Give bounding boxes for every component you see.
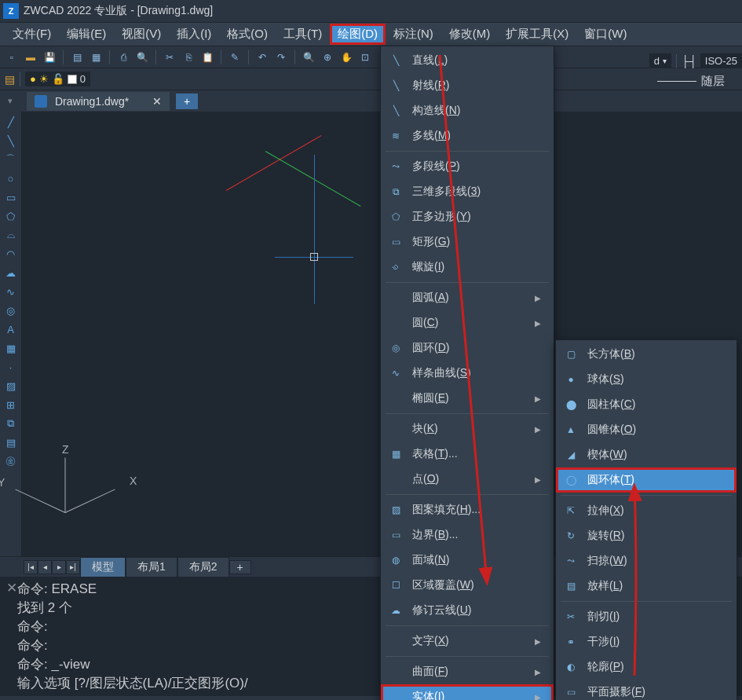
layer-manager-icon[interactable]: ▤: [5, 73, 15, 86]
draw-tool-icon[interactable]: ∿: [2, 283, 20, 300]
layer-combo[interactable]: ● ☀ 🔓 0: [25, 71, 90, 86]
layout-tab[interactable]: 布局1: [126, 557, 177, 577]
close-cmd-icon[interactable]: ✕: [6, 580, 17, 596]
draw-tool-icon[interactable]: A: [2, 321, 20, 338]
draw-tool-icon[interactable]: ⊞: [2, 396, 20, 413]
menu-item[interactable]: 圆弧(A)▶: [381, 285, 554, 310]
menu-item[interactable]: ⤳多段线(P): [381, 154, 554, 179]
menu-item[interactable]: ꩜螺旋(I): [381, 255, 554, 280]
cut-icon[interactable]: ✂: [163, 50, 177, 64]
add-layout-button[interactable]: +: [229, 560, 251, 574]
menu-item[interactable]: ╲射线(R): [381, 73, 554, 98]
layout-tab[interactable]: 布局2: [177, 557, 229, 577]
menu-item[interactable]: ↻旋转(R): [556, 523, 737, 548]
tab-dropdown-icon[interactable]: ▾: [8, 96, 13, 106]
menu-item[interactable]: 点(O)▶: [381, 467, 554, 492]
open-icon[interactable]: ▬: [24, 50, 38, 64]
menu-item[interactable]: ◯圆环体(T): [556, 467, 737, 493]
new-icon[interactable]: ▫: [5, 50, 19, 64]
match-icon[interactable]: ✎: [228, 50, 242, 64]
menu-item[interactable]: 圆(C)▶: [381, 310, 554, 335]
draw-tool-icon[interactable]: ▤: [2, 434, 20, 451]
layout-scroll-buttons[interactable]: |◂◂▸▸|: [24, 560, 80, 574]
zoom-prev-icon[interactable]: 🔍: [302, 50, 316, 64]
menu-item[interactable]: ▭边界(B)...: [381, 522, 554, 548]
menu-item[interactable]: 视图(V): [114, 24, 169, 45]
menu-item[interactable]: ◐轮廓(P): [556, 654, 737, 680]
menu-item[interactable]: ⬤圆柱体(C): [556, 392, 737, 417]
draw-tool-icon[interactable]: ▭: [2, 189, 20, 206]
menu-item[interactable]: 插入(I): [169, 24, 219, 45]
menu-item[interactable]: ∿样条曲线(S): [381, 361, 554, 386]
menu-item[interactable]: ▦表格(T)...: [381, 442, 554, 467]
menu-item[interactable]: 标注(N): [386, 24, 441, 45]
draw-tool-icon[interactable]: ◎: [2, 302, 20, 319]
draw-tool-icon[interactable]: ⌓: [2, 226, 20, 244]
draw-tool-icon[interactable]: ╲: [2, 132, 20, 149]
menu-item[interactable]: 文字(X)▶: [381, 629, 554, 654]
draw-tool-icon[interactable]: ㊎: [2, 453, 20, 470]
menu-item[interactable]: ▨图案填充(H)...: [381, 497, 554, 522]
copy-icon[interactable]: ⎘: [181, 50, 196, 64]
menu-item[interactable]: ▭矩形(G): [381, 229, 554, 255]
menu-item[interactable]: ▤放样(L): [556, 574, 737, 599]
template-icon[interactable]: ▤: [70, 50, 84, 64]
layer-icon[interactable]: ▦: [89, 50, 103, 64]
doc-tab[interactable]: Drawing1.dwg* ✕: [27, 92, 170, 111]
zoom-win-icon[interactable]: ⊡: [358, 50, 372, 64]
draw-tool-icon[interactable]: ⧉: [2, 415, 20, 432]
menu-item[interactable]: ☁修订云线(U): [381, 598, 554, 623]
dimstyle-combo[interactable]: ISO-25: [700, 53, 742, 68]
menu-item[interactable]: ▲圆锥体(O): [556, 417, 737, 442]
menu-item[interactable]: 曲面(F)▶: [381, 659, 554, 684]
menu-item[interactable]: 文件(F): [5, 24, 59, 45]
preview-icon[interactable]: 🔍: [135, 50, 149, 64]
menu-item[interactable]: 编辑(E): [59, 24, 114, 45]
menu-item[interactable]: 格式(O): [219, 24, 276, 45]
menu-item[interactable]: ⤳扫掠(W): [556, 548, 737, 574]
draw-tool-icon[interactable]: ☁: [2, 264, 20, 281]
menu-item[interactable]: ▢长方体(B): [556, 342, 737, 367]
menu-item[interactable]: 椭圆(E)▶: [381, 386, 554, 411]
draw-tool-icon[interactable]: ╱: [2, 113, 20, 130]
zoom-icon[interactable]: ⊕: [320, 50, 334, 64]
menu-item[interactable]: ╲构造线(N): [381, 98, 554, 123]
draw-tool-icon[interactable]: ▨: [2, 377, 20, 394]
redo-icon[interactable]: ↷: [274, 50, 288, 64]
print-icon[interactable]: ⎙: [116, 50, 130, 64]
menu-item[interactable]: ⬠正多边形(Y): [381, 204, 554, 229]
menu-item[interactable]: 修改(M): [441, 24, 499, 45]
new-tab-button[interactable]: +: [176, 93, 198, 109]
menu-item[interactable]: 块(K)▶: [381, 416, 554, 442]
menu-item[interactable]: 扩展工具(X): [498, 24, 576, 45]
menu-item[interactable]: ╲直线(L): [381, 48, 554, 73]
linetype-combo[interactable]: 随层: [657, 74, 725, 89]
menu-item[interactable]: ◢楔体(W): [556, 442, 737, 467]
draw-tool-icon[interactable]: ⌒: [2, 151, 20, 168]
menu-item[interactable]: 绘图(D): [330, 24, 386, 45]
draw-tool-icon[interactable]: ◠: [2, 245, 20, 262]
menu-item[interactable]: ⚭干涉(I): [556, 629, 737, 654]
menu-item[interactable]: ◎圆环(D): [381, 335, 554, 361]
menu-item[interactable]: ✂剖切(I): [556, 604, 737, 629]
menu-item[interactable]: 工具(T): [276, 24, 330, 45]
paste-icon[interactable]: 📋: [200, 50, 214, 64]
menu-item[interactable]: ◍面域(N): [381, 548, 554, 573]
save-icon[interactable]: 💾: [42, 50, 57, 64]
close-icon[interactable]: ✕: [152, 95, 162, 108]
dim-icon[interactable]: ├┤: [682, 55, 697, 68]
draw-tool-icon[interactable]: ○: [2, 170, 20, 187]
draw-tool-icon[interactable]: ·: [2, 358, 20, 376]
menu-item[interactable]: 实体(I)▶: [381, 684, 554, 700]
draw-tool-icon[interactable]: ▦: [2, 339, 20, 357]
combo-input[interactable]: d ▾: [649, 53, 671, 68]
undo-icon[interactable]: ↶: [255, 50, 269, 64]
menu-item[interactable]: ●球体(S): [556, 367, 737, 392]
menu-item[interactable]: ☐区域覆盖(W): [381, 573, 554, 598]
menu-item[interactable]: ⇱拉伸(X): [556, 498, 737, 523]
menu-item[interactable]: ▭平面摄影(F): [556, 680, 737, 700]
menu-item[interactable]: ≋多线(M): [381, 123, 554, 148]
menu-item[interactable]: ⧉三维多段线(3): [381, 179, 554, 204]
menu-item[interactable]: 窗口(W): [576, 24, 634, 45]
layout-tab[interactable]: 模型: [80, 557, 126, 577]
